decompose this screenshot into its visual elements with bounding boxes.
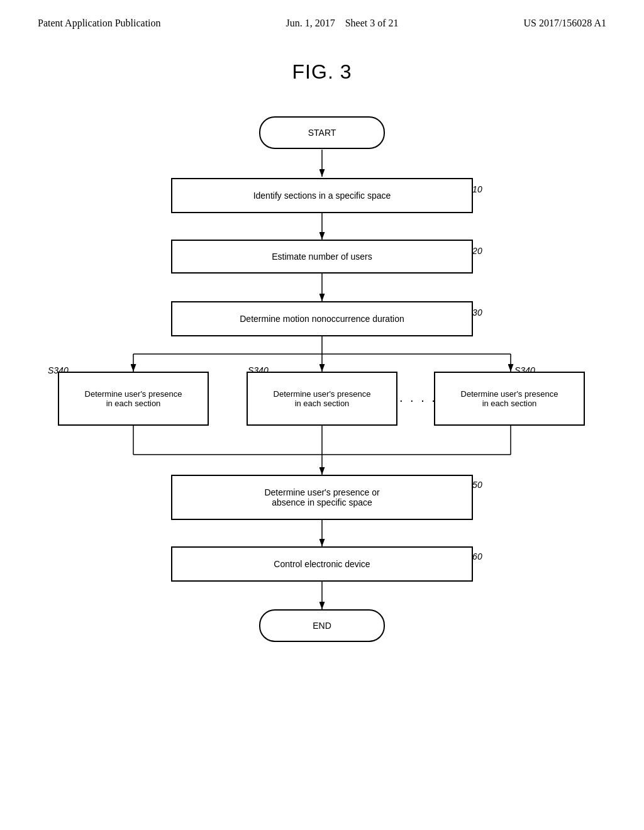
- s340c-node: Determine user's presence in each sectio…: [434, 372, 585, 426]
- s310-node: Identify sections in a specific space: [171, 178, 473, 213]
- end-node: END: [259, 609, 385, 642]
- s330-node: Determine motion nonoccurrence duration: [171, 301, 473, 336]
- page-header: Patent Application Publication Jun. 1, 2…: [0, 0, 644, 35]
- header-right: US 2017/156028 A1: [523, 18, 606, 29]
- s360-node: Control electronic device: [171, 546, 473, 582]
- start-node: START: [259, 116, 385, 149]
- header-left: Patent Application Publication: [38, 18, 161, 29]
- s340b-node: Determine user's presence in each sectio…: [247, 372, 397, 426]
- s340a-node: Determine user's presence in each sectio…: [58, 372, 209, 426]
- ellipsis-dots: · · · ·: [399, 393, 437, 407]
- header-center-date: Jun. 1, 2017 Sheet 3 of 21: [286, 18, 398, 29]
- figure-title: FIG. 3: [0, 60, 644, 84]
- s350-node: Determine user's presence or absence in …: [171, 475, 473, 520]
- flowchart: START S310 Identify sections in a specif…: [39, 102, 605, 763]
- s320-node: Estimate number of users: [171, 240, 473, 274]
